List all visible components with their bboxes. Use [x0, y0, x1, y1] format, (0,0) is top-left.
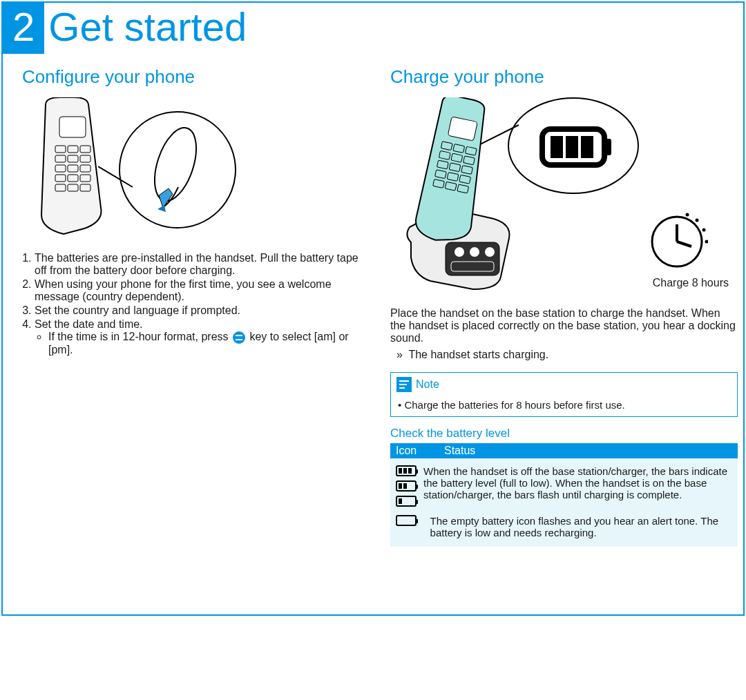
clock-icon: [646, 211, 708, 273]
svg-rect-42: [566, 136, 578, 158]
callout-connector-line-2: [480, 121, 528, 162]
svg-point-49: [696, 219, 699, 222]
step-3: Set the country and language if prompted…: [35, 304, 370, 317]
heading-configure: Configure your phone: [22, 66, 370, 88]
svg-point-19: [455, 247, 464, 257]
table-header-icon: Icon: [396, 445, 444, 457]
step-2: When using your phone for the first time…: [35, 278, 370, 303]
note-body: • Charge the batteries for 8 hours befor…: [391, 396, 737, 416]
column-charge: Charge your phone: [390, 66, 738, 547]
step-4-substep: If the time is in 12-hour format, press …: [48, 331, 370, 356]
svg-rect-43: [581, 136, 593, 158]
battery-medium-icon: [396, 480, 417, 492]
up-down-key-icon: [233, 331, 245, 344]
svg-point-48: [686, 213, 689, 217]
page-frame: 2 Get started Configure your phone: [1, 1, 745, 616]
step-4: Set the date and time. If the time is in…: [35, 318, 370, 356]
heading-battery-level: Check the battery level: [390, 427, 738, 440]
table-header-status: Status: [444, 445, 475, 457]
svg-rect-41: [551, 136, 563, 158]
battery-table-header: Icon Status: [390, 443, 738, 458]
callout-connector-line: [98, 159, 140, 201]
battery-full-icon: [396, 465, 417, 476]
svg-rect-18: [446, 242, 499, 275]
svg-line-17: [98, 166, 133, 187]
chapter-number-badge: 2: [3, 3, 44, 54]
chapter-title: Get started: [44, 3, 247, 47]
battery-empty-icon: [396, 515, 417, 526]
svg-rect-40: [604, 139, 611, 155]
charge-instruction: Place the handset on the base station to…: [390, 307, 738, 344]
heading-charge: Charge your phone: [390, 66, 738, 88]
svg-rect-0: [59, 117, 86, 137]
diagram-configure-phone: [22, 97, 264, 242]
charge-result: » The handset starts charging.: [390, 349, 738, 361]
note-box: Note • Charge the batteries for 8 hours …: [390, 372, 738, 417]
battery-row-1-status: When the handset is off the base station…: [423, 465, 732, 507]
battery-table-row-2: The empty battery icon flashes and you h…: [390, 515, 738, 547]
note-label: Note: [416, 378, 439, 391]
battery-low-icon: [396, 496, 417, 507]
battery-row-2-status: The empty battery icon flashes and you h…: [430, 515, 732, 538]
svg-point-21: [485, 247, 495, 257]
svg-point-50: [702, 229, 706, 232]
battery-table-row-1: When the handset is off the base station…: [390, 458, 738, 515]
svg-line-44: [480, 125, 519, 144]
chapter-header: 2 Get started: [3, 3, 743, 54]
note-icon: [396, 377, 412, 392]
svg-point-51: [705, 240, 709, 244]
configure-steps-list: The batteries are pre-installed in the h…: [22, 252, 370, 356]
column-configure: Configure your phone: [22, 66, 370, 547]
charge-duration-label: Charge 8 hours: [653, 277, 729, 289]
step-1: The batteries are pre-installed in the h…: [35, 252, 370, 277]
diagram-charge-phone: Charge 8 hours: [390, 97, 736, 298]
svg-point-20: [470, 247, 479, 257]
